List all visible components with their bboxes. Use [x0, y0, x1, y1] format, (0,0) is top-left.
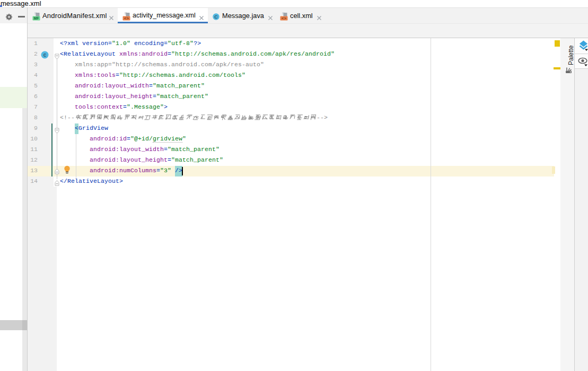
svg-text:<>: <> [282, 16, 287, 21]
svg-text:c: c [43, 52, 47, 58]
svg-text:<>: <> [124, 16, 129, 21]
svg-text:MF: MF [34, 16, 39, 20]
svg-text:C: C [214, 14, 218, 20]
